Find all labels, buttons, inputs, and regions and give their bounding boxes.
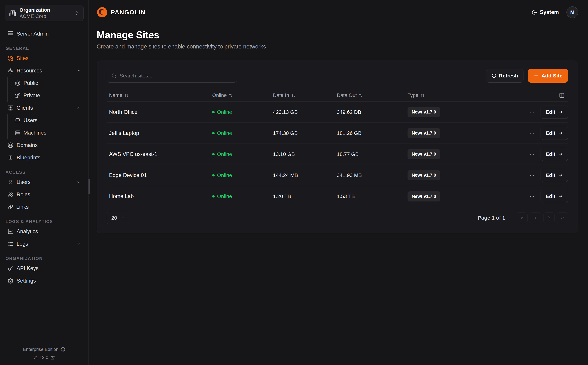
column-label: Name bbox=[109, 92, 122, 98]
column-label: Type bbox=[407, 92, 418, 98]
sidebar-item-blueprints[interactable]: Blueprints bbox=[5, 151, 84, 164]
sidebar-item-label: Users bbox=[17, 179, 31, 185]
sidebar-item-label: Links bbox=[16, 204, 29, 210]
globe-icon bbox=[15, 80, 20, 86]
edit-button[interactable]: Edit bbox=[540, 105, 568, 119]
building-icon bbox=[9, 10, 16, 17]
table-row[interactable]: Home Lab Online 1.20 TB 1.53 TB Newt v1.… bbox=[107, 186, 568, 207]
last-page-button[interactable] bbox=[557, 212, 568, 223]
sidebar-item-links[interactable]: Links bbox=[5, 201, 84, 213]
table-row[interactable]: North Office Online 423.13 GB 349.62 DB … bbox=[107, 102, 568, 123]
chevron-down-icon bbox=[77, 242, 81, 246]
sort-icon bbox=[359, 93, 363, 98]
row-menu-button[interactable] bbox=[528, 108, 536, 116]
site-data-out: 341.93 MB bbox=[337, 172, 407, 178]
sidebar-item-client-users[interactable]: Users bbox=[12, 114, 84, 126]
theme-toggle[interactable]: System bbox=[532, 9, 559, 15]
column-header-online[interactable]: Online bbox=[212, 92, 273, 98]
sidebar-item-public[interactable]: Public bbox=[12, 77, 84, 89]
sidebar-item-machines[interactable]: Machines bbox=[12, 126, 84, 139]
table-header-actions bbox=[559, 93, 568, 98]
edit-button[interactable]: Edit bbox=[540, 190, 568, 203]
table-row[interactable]: AWS VPC us-east-1 Online 13.10 GB 18.77 … bbox=[107, 144, 568, 165]
edition-label: Enterprise Edition bbox=[23, 347, 58, 352]
refresh-button[interactable]: Refresh bbox=[486, 69, 524, 83]
page-size-select[interactable]: 20 bbox=[107, 212, 130, 224]
row-menu-button[interactable] bbox=[528, 172, 536, 179]
type-badge: Newt v1.7.0 bbox=[407, 149, 440, 159]
sidebar-item-label: Server Admin bbox=[17, 31, 49, 37]
sidebar-item-sites[interactable]: Sites bbox=[5, 52, 84, 64]
sidebar-item-resources[interactable]: Resources bbox=[5, 64, 84, 77]
org-selector[interactable]: Organization ACME Corp. bbox=[5, 5, 84, 21]
sites-icon bbox=[7, 55, 14, 61]
type-badge: Newt v1.7.0 bbox=[407, 107, 440, 117]
first-page-button[interactable] bbox=[517, 212, 528, 223]
row-actions: Edit bbox=[528, 190, 568, 203]
row-menu-button[interactable] bbox=[528, 151, 536, 158]
sidebar-item-server-admin[interactable]: Server Admin bbox=[5, 28, 84, 40]
sidebar-item-logs[interactable]: Logs bbox=[5, 238, 84, 250]
edit-label: Edit bbox=[546, 130, 555, 136]
chart-line-icon bbox=[7, 229, 14, 234]
edit-button[interactable]: Edit bbox=[540, 148, 568, 161]
sidebar-item-domains[interactable]: Domains bbox=[5, 139, 84, 151]
pangolin-logo-icon bbox=[97, 7, 108, 18]
main-content: PANGOLIN System M Manage Sites Create an… bbox=[89, 0, 588, 365]
pager-right: Page 1 of 1 bbox=[478, 212, 568, 223]
column-header-data-in[interactable]: Data In bbox=[273, 92, 337, 98]
edition-link[interactable]: Enterprise Edition bbox=[23, 347, 65, 352]
table-body: North Office Online 423.13 GB 349.62 DB … bbox=[107, 102, 568, 207]
row-menu-button[interactable] bbox=[528, 130, 536, 137]
row-menu-button[interactable] bbox=[528, 193, 536, 200]
search-input[interactable] bbox=[119, 73, 232, 79]
status-label: Online bbox=[217, 193, 232, 199]
column-header-type[interactable]: Type bbox=[407, 92, 559, 98]
online-dot-icon bbox=[212, 153, 215, 155]
avatar[interactable]: M bbox=[567, 6, 578, 18]
site-data-out: 1.53 TB bbox=[337, 193, 407, 199]
sort-icon bbox=[124, 93, 129, 98]
column-header-data-out[interactable]: Data Out bbox=[337, 92, 407, 98]
chevron-left-icon bbox=[533, 215, 538, 220]
sidebar-item-label: Machines bbox=[23, 130, 46, 136]
row-actions: Edit bbox=[528, 169, 568, 182]
version-link[interactable]: v1.13.0 bbox=[34, 355, 55, 360]
card-toolbar: Refresh Add Site bbox=[107, 69, 568, 83]
table-row[interactable]: Jeff's Laptop Online 174.30 GB 181.26 GB… bbox=[107, 123, 568, 144]
site-type: Newt v1.7.0 bbox=[407, 149, 528, 159]
chevron-right-icon bbox=[546, 215, 551, 220]
arrow-right-icon bbox=[558, 194, 563, 199]
columns-icon[interactable] bbox=[559, 93, 565, 98]
moon-icon bbox=[532, 9, 537, 15]
site-data-in: 13.10 GB bbox=[273, 151, 337, 157]
add-site-button[interactable]: Add Site bbox=[528, 69, 568, 83]
sidebar-item-api-keys[interactable]: API Keys bbox=[5, 262, 84, 275]
edit-button[interactable]: Edit bbox=[540, 169, 568, 182]
sidebar-item-analytics[interactable]: Analytics bbox=[5, 225, 84, 238]
sites-card: Refresh Add Site Name Online bbox=[97, 61, 578, 233]
brand-name: PANGOLIN bbox=[111, 9, 146, 16]
prev-page-button[interactable] bbox=[530, 212, 541, 223]
sidebar-item-label: Roles bbox=[17, 191, 30, 198]
search-icon bbox=[111, 73, 116, 78]
sidebar-item-clients[interactable]: Clients bbox=[5, 102, 84, 114]
site-data-in: 423.13 GB bbox=[273, 109, 337, 115]
online-dot-icon bbox=[212, 174, 215, 176]
column-header-name[interactable]: Name bbox=[109, 92, 212, 98]
status-label: Online bbox=[217, 130, 232, 136]
brand[interactable]: PANGOLIN bbox=[97, 7, 146, 18]
sidebar-item-roles[interactable]: Roles bbox=[5, 188, 84, 201]
theme-label: System bbox=[540, 9, 559, 15]
globe-lock-icon bbox=[15, 93, 20, 98]
external-link-icon bbox=[50, 355, 55, 360]
sidebar-item-private[interactable]: Private bbox=[12, 89, 84, 102]
site-data-out: 349.62 DB bbox=[337, 109, 407, 115]
next-page-button[interactable] bbox=[544, 212, 554, 223]
sidebar-item-settings[interactable]: Settings bbox=[5, 275, 84, 287]
edit-button[interactable]: Edit bbox=[540, 126, 568, 140]
sidebar-item-users[interactable]: Users bbox=[5, 176, 84, 188]
site-status: Online bbox=[212, 130, 273, 136]
table-row[interactable]: Edge Device 01 Online 144.24 MB 341.93 M… bbox=[107, 165, 568, 186]
online-dot-icon bbox=[212, 111, 215, 113]
